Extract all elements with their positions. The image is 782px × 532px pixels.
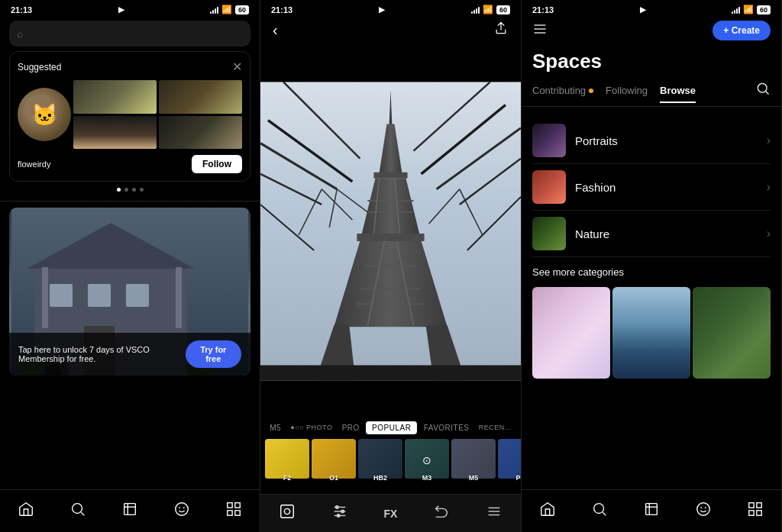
svg-point-18 bbox=[176, 502, 189, 515]
svg-line-14 bbox=[81, 512, 84, 515]
suggested-title: Suggested bbox=[18, 62, 61, 73]
svg-point-74 bbox=[758, 83, 767, 92]
fashion-label: Fashion bbox=[575, 181, 758, 194]
dot-3 bbox=[132, 188, 136, 192]
svg-point-67 bbox=[337, 514, 340, 517]
create-button[interactable]: + Create bbox=[713, 21, 771, 40]
filter-thumb-m3[interactable]: M3 ⊙ bbox=[405, 439, 449, 492]
bottom-nav-3 bbox=[522, 489, 781, 532]
filter-thumb-m5[interactable]: M5 bbox=[451, 439, 496, 492]
search-nav-icon[interactable] bbox=[66, 497, 90, 521]
collage-img-2 bbox=[159, 80, 242, 114]
wifi-icon-2: 📶 bbox=[483, 5, 493, 15]
search-magnify-icon: ⌕ bbox=[17, 27, 23, 40]
collage-img-1 bbox=[73, 80, 157, 114]
share-icon[interactable] bbox=[493, 21, 509, 40]
eiffel-svg bbox=[260, 46, 521, 417]
filter-thumb-f2[interactable]: F2 bbox=[265, 439, 309, 492]
phone2-bottom-nav: FX bbox=[260, 494, 521, 532]
menu-lines-icon[interactable] bbox=[486, 503, 502, 524]
svg-rect-60 bbox=[280, 505, 293, 518]
category-portraits[interactable]: Portraits bbox=[532, 118, 771, 164]
status-indicators-2: 📶 60 bbox=[471, 5, 510, 15]
tab-browse[interactable]: Browse bbox=[660, 85, 696, 102]
status-bar-2: 21:13 ▶ 📶 60 bbox=[260, 0, 521, 18]
wifi-icon: 📶 bbox=[221, 5, 232, 15]
category-nature[interactable]: Nature bbox=[532, 211, 771, 257]
svg-point-66 bbox=[341, 510, 344, 513]
undo-icon[interactable] bbox=[433, 503, 450, 524]
filter-thumb-o1[interactable]: O1 bbox=[312, 439, 356, 492]
svg-point-81 bbox=[697, 502, 710, 515]
svg-rect-7 bbox=[42, 267, 48, 328]
category-fashion[interactable]: Fashion bbox=[532, 164, 771, 211]
try-free-button[interactable]: Try for free bbox=[186, 340, 241, 368]
tab-contributing[interactable]: Contributing bbox=[532, 85, 593, 102]
filter-label-f2: F2 bbox=[265, 474, 309, 482]
mosaic-img-purple bbox=[532, 287, 610, 379]
filter-tab-favorites[interactable]: FAVORITES bbox=[421, 421, 473, 434]
grid-nav-icon[interactable] bbox=[221, 497, 246, 521]
filter-tab-pro[interactable]: PRO bbox=[339, 421, 363, 434]
home-nav-icon[interactable] bbox=[14, 497, 38, 521]
filter-thumb-hb2[interactable]: HB2 bbox=[358, 439, 402, 492]
battery-icon-2: 60 bbox=[496, 5, 510, 15]
battery-icon-3: 60 bbox=[757, 5, 771, 15]
spaces-nav-icon-3[interactable] bbox=[743, 497, 767, 521]
svg-rect-84 bbox=[749, 502, 754, 507]
photo-edit-icon[interactable] bbox=[279, 503, 296, 524]
crop-nav-icon-3[interactable] bbox=[639, 497, 664, 521]
filter-img-hb2 bbox=[358, 439, 402, 479]
svg-rect-23 bbox=[228, 510, 232, 514]
filter-tab-photo[interactable]: ●○○ PHOTO bbox=[287, 421, 335, 434]
crop-nav-icon[interactable] bbox=[118, 497, 142, 521]
svg-line-77 bbox=[603, 512, 606, 515]
svg-rect-85 bbox=[757, 502, 761, 507]
status-indicators-1: 📶 60 bbox=[210, 5, 249, 15]
collage-images bbox=[73, 80, 242, 149]
svg-rect-30 bbox=[357, 234, 424, 241]
adjust-icon[interactable] bbox=[331, 503, 348, 524]
search-input[interactable] bbox=[27, 28, 243, 40]
signal-icon-2 bbox=[471, 6, 480, 14]
search-nav-icon-3[interactable] bbox=[587, 497, 612, 521]
follow-button[interactable]: Follow bbox=[192, 155, 242, 173]
filter-label-p5: P5 bbox=[498, 474, 521, 482]
signal-icon bbox=[210, 6, 218, 14]
status-time-3: 21:13 bbox=[532, 5, 554, 15]
tab-following[interactable]: Following bbox=[606, 85, 648, 102]
svg-rect-24 bbox=[235, 510, 240, 514]
vsco-banner-text: Tap here to unlock 7 days of VSCO Member… bbox=[18, 345, 186, 363]
portraits-label: Portraits bbox=[575, 134, 758, 147]
filter-tab-m5[interactable]: M5 bbox=[267, 421, 284, 434]
spaces-tabs: Contributing Following Browse bbox=[522, 81, 781, 107]
back-button[interactable]: ‹ bbox=[273, 21, 278, 39]
portraits-thumb bbox=[532, 124, 566, 157]
location-icon-2: ▶ bbox=[379, 5, 385, 14]
username-label: floweirdy bbox=[18, 160, 50, 169]
svg-line-75 bbox=[766, 92, 769, 95]
emoji-nav-icon-3[interactable] bbox=[691, 497, 716, 521]
phone-3: 21:13 ▶ 📶 60 + Create Spaces Contributin… bbox=[522, 0, 782, 532]
filter-tab-recent[interactable]: RECEN... bbox=[476, 421, 515, 434]
search-bar[interactable]: ⌕ bbox=[9, 21, 250, 47]
see-more-categories[interactable]: See more categories bbox=[522, 257, 781, 284]
nature-label: Nature bbox=[575, 227, 758, 240]
wifi-icon-3: 📶 bbox=[743, 5, 754, 15]
cat-photo: 🐱 bbox=[18, 88, 71, 141]
svg-rect-8 bbox=[176, 267, 182, 328]
home-nav-icon-3[interactable] bbox=[535, 497, 560, 521]
divider bbox=[0, 201, 260, 202]
svg-rect-59 bbox=[260, 366, 521, 381]
emoji-nav-icon[interactable] bbox=[170, 497, 194, 521]
filter-thumb-p5[interactable]: P5 bbox=[498, 439, 521, 492]
svg-rect-21 bbox=[228, 502, 232, 507]
filter-tab-popular[interactable]: POPULAR bbox=[366, 421, 417, 434]
svg-rect-86 bbox=[749, 510, 754, 514]
location-icon-3: ▶ bbox=[640, 5, 646, 14]
spaces-search-icon[interactable] bbox=[755, 81, 771, 106]
fx-icon[interactable]: FX bbox=[384, 508, 398, 520]
close-icon[interactable]: ✕ bbox=[232, 60, 242, 74]
menu-icon[interactable] bbox=[532, 21, 548, 40]
filter-label-o1: O1 bbox=[312, 474, 356, 482]
